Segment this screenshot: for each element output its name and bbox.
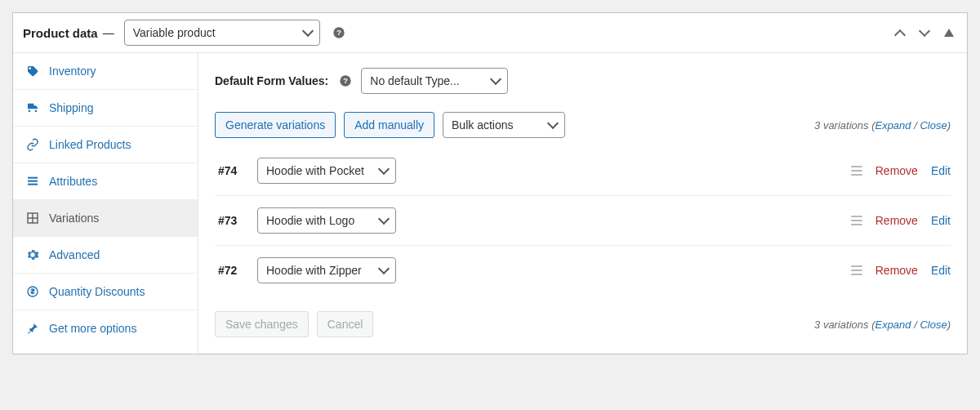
sidebar-item-quantity-discounts[interactable]: Quantity Discounts [13, 274, 198, 310]
list-icon [26, 175, 39, 188]
edit-link[interactable]: Edit [931, 164, 951, 177]
variation-id: #72 [218, 264, 246, 277]
variation-type-select[interactable]: Hoodie with Pocket [257, 158, 396, 184]
variation-id: #74 [218, 164, 246, 177]
variation-row: #72 Hoodie with Zipper Remove Edit [215, 246, 951, 295]
generate-variations-button[interactable]: Generate variations [215, 112, 336, 138]
svg-rect-3 [28, 180, 38, 182]
drag-handle-icon[interactable] [851, 216, 862, 225]
default-type-select[interactable]: No default Type... [361, 68, 508, 94]
sidebar-item-label: Get more options [49, 322, 136, 335]
svg-text:?: ? [336, 29, 341, 37]
link-icon [26, 138, 39, 151]
sidebar-item-inventory[interactable]: Inventory [13, 53, 198, 90]
grid-icon [26, 212, 39, 225]
close-link[interactable]: Close [920, 119, 947, 131]
add-manually-button[interactable]: Add manually [344, 112, 434, 138]
default-type-select-wrap[interactable]: No default Type... [361, 68, 508, 94]
dollar-icon [26, 285, 39, 298]
pin-icon [26, 322, 39, 335]
panel-up-button[interactable] [892, 25, 908, 41]
sidebar-item-label: Inventory [49, 65, 96, 78]
sidebar-item-label: Linked Products [49, 138, 131, 151]
variations-footer: Save changes Cancel 3 variations (Expand… [215, 311, 951, 337]
variation-type-select[interactable]: Hoodie with Zipper [257, 257, 396, 283]
edit-link[interactable]: Edit [931, 214, 951, 227]
edit-link[interactable]: Edit [931, 264, 951, 277]
sidebar-item-label: Attributes [49, 175, 97, 188]
product-data-panel: Product data — Variable product ? Invent… [12, 12, 968, 354]
close-link[interactable]: Close [920, 319, 947, 331]
variation-type-select-wrap[interactable]: Hoodie with Logo [257, 207, 396, 234]
tag-icon [26, 65, 39, 78]
remove-link[interactable]: Remove [875, 214, 918, 227]
sidebar-item-advanced[interactable]: Advanced [13, 237, 198, 274]
panel-title: Product data [23, 26, 98, 40]
help-icon[interactable]: ? [338, 74, 353, 88]
panel-body: Inventory Shipping Linked Products Attri… [13, 53, 967, 354]
svg-rect-2 [28, 177, 38, 179]
sidebar-item-label: Quantity Discounts [49, 285, 145, 298]
panel-header: Product data — Variable product ? [13, 13, 967, 53]
remove-link[interactable]: Remove [875, 164, 918, 177]
sidebar: Inventory Shipping Linked Products Attri… [13, 53, 198, 354]
bulk-actions-select-wrap[interactable]: Bulk actions [443, 112, 565, 138]
sidebar-item-label: Advanced [49, 248, 100, 261]
content-area: Default Form Values: ? No default Type..… [198, 53, 967, 354]
status-prefix: 3 variations ( [814, 119, 875, 131]
sidebar-item-variations[interactable]: Variations [13, 200, 198, 237]
svg-text:?: ? [343, 77, 348, 85]
variation-type-select-wrap[interactable]: Hoodie with Zipper [257, 257, 396, 283]
variation-row: #74 Hoodie with Pocket Remove Edit [215, 146, 951, 196]
sidebar-item-label: Variations [49, 212, 99, 225]
sidebar-item-shipping[interactable]: Shipping [13, 90, 198, 127]
help-icon[interactable]: ? [332, 25, 346, 40]
gear-icon [26, 248, 39, 261]
default-form-values-row: Default Form Values: ? No default Type..… [215, 68, 951, 94]
sidebar-item-get-more-options[interactable]: Get more options [13, 310, 198, 346]
variations-toolbar: Generate variations Add manually Bulk ac… [215, 112, 951, 138]
variations-status-bottom: 3 variations (Expand / Close) [814, 319, 951, 331]
svg-rect-4 [28, 184, 38, 185]
expand-link[interactable]: Expand [875, 319, 911, 331]
product-type-select[interactable]: Variable product [124, 20, 320, 46]
variation-id: #73 [218, 214, 246, 227]
variation-type-select[interactable]: Hoodie with Logo [257, 207, 396, 234]
default-form-values-label: Default Form Values: [215, 74, 328, 87]
variations-list: #74 Hoodie with Pocket Remove Edit #73 [215, 146, 951, 295]
drag-handle-icon[interactable] [851, 265, 862, 275]
drag-handle-icon[interactable] [851, 166, 862, 176]
variation-type-select-wrap[interactable]: Hoodie with Pocket [257, 158, 396, 184]
sidebar-item-attributes[interactable]: Attributes [13, 163, 198, 200]
sidebar-item-linked-products[interactable]: Linked Products [13, 127, 198, 163]
cancel-button[interactable]: Cancel [317, 311, 374, 337]
expand-link[interactable]: Expand [875, 119, 911, 131]
status-prefix: 3 variations ( [814, 319, 875, 331]
panel-collapse-button[interactable] [941, 25, 957, 41]
truck-icon [26, 101, 39, 114]
bulk-actions-select[interactable]: Bulk actions [443, 112, 565, 138]
product-type-select-wrap[interactable]: Variable product [124, 20, 320, 46]
title-dash: — [103, 26, 114, 39]
panel-down-button[interactable] [916, 25, 933, 41]
variations-status-top: 3 variations (Expand / Close) [814, 119, 951, 131]
sidebar-item-label: Shipping [49, 101, 94, 114]
variation-row: #73 Hoodie with Logo Remove Edit [215, 196, 951, 246]
remove-link[interactable]: Remove [875, 264, 918, 277]
save-changes-button[interactable]: Save changes [215, 311, 309, 337]
